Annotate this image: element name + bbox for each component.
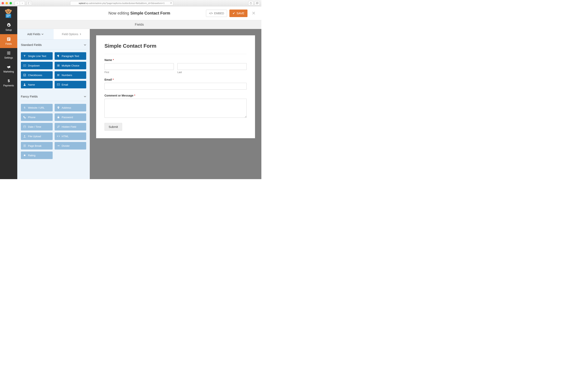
field-hidden[interactable]: Hidden Field: [55, 123, 86, 130]
code-icon: [57, 135, 60, 138]
maximize-window[interactable]: [10, 2, 12, 4]
close-window[interactable]: [1, 2, 4, 4]
share-button[interactable]: [248, 1, 254, 5]
field-upload[interactable]: File Upload: [21, 132, 53, 140]
field-divider[interactable]: Divider: [55, 142, 86, 150]
close-button[interactable]: ✕: [250, 11, 257, 16]
field-name[interactable]: Name: [21, 81, 53, 88]
comment-textarea[interactable]: [104, 99, 247, 118]
calendar-icon: [23, 125, 26, 128]
last-name-input[interactable]: [177, 63, 247, 70]
field-paragraph-text[interactable]: Paragraph Text: [55, 52, 86, 60]
wpforms-logo: [3, 8, 14, 19]
hash-icon: [57, 74, 60, 77]
fields-title-bar: Fields: [17, 20, 261, 29]
pin-icon: [57, 106, 60, 109]
field-pagebreak[interactable]: Page Break: [21, 142, 53, 150]
svg-point-5: [6, 9, 11, 14]
field-single-line-text[interactable]: Single Line Text: [21, 52, 53, 60]
nav-fields[interactable]: Fields: [0, 34, 17, 48]
list-icon: [57, 64, 60, 67]
link-icon: [23, 106, 26, 109]
svg-point-6: [7, 11, 8, 12]
svg-rect-18: [8, 40, 9, 40]
field-address[interactable]: Address: [55, 104, 86, 111]
field-multiple-choice[interactable]: Multiple Choice: [55, 62, 86, 69]
submit-button[interactable]: Submit: [104, 123, 122, 131]
nav-marketing[interactable]: Marketing: [0, 62, 17, 76]
email-label: Email *: [104, 78, 247, 81]
field-dropdown[interactable]: Dropdown: [21, 62, 53, 69]
svg-rect-27: [58, 65, 59, 66]
field-numbers[interactable]: Numbers: [55, 71, 86, 79]
window-controls: [1, 2, 12, 4]
field-website[interactable]: Website / URL: [21, 104, 53, 111]
svg-rect-34: [57, 117, 59, 118]
form-field-email[interactable]: Email *: [104, 78, 247, 90]
first-name-input[interactable]: [104, 63, 174, 70]
svg-point-8: [8, 12, 9, 13]
tab-field-options[interactable]: Field Options: [54, 29, 90, 39]
chevron-down-icon: [84, 44, 86, 46]
header-title: Now editing Simple Contact Form: [109, 11, 170, 16]
text-icon: [23, 55, 26, 57]
svg-point-7: [9, 11, 10, 12]
form-preview[interactable]: Simple Contact Form Name * First Last Em…: [96, 35, 255, 138]
chevron-down-icon: [84, 95, 86, 98]
chevron-down-icon: [42, 33, 44, 35]
field-password[interactable]: Password: [55, 113, 86, 121]
paragraph-icon: [57, 55, 60, 57]
nav-settings[interactable]: Settings: [0, 48, 17, 62]
field-email[interactable]: Email: [55, 81, 86, 88]
app-header: Now editing Simple Contact Form </> EMBE…: [17, 6, 261, 20]
form-canvas: Simple Contact Form Name * First Last Em…: [90, 29, 261, 179]
field-phone[interactable]: Phone: [21, 113, 53, 121]
form-title: Simple Contact Form: [104, 43, 247, 54]
fields-side-panel: Add Fields Field Options Standard Fields…: [17, 29, 90, 179]
save-button[interactable]: ✔ SAVE: [229, 10, 247, 17]
field-checkboxes[interactable]: Checkboxes: [21, 71, 53, 79]
upload-icon: [23, 135, 26, 138]
section-fancy-fields[interactable]: Fancy Fields: [21, 95, 86, 101]
comment-label: Comment or Message *: [104, 94, 247, 97]
tabs-button[interactable]: [255, 1, 260, 5]
nav-payments[interactable]: $ Payments: [0, 76, 17, 90]
svg-rect-3: [256, 2, 258, 4]
svg-rect-35: [24, 126, 26, 128]
first-sublabel: First: [104, 71, 174, 74]
last-sublabel: Last: [177, 71, 247, 74]
field-rating[interactable]: Rating: [21, 152, 53, 159]
check-icon: ✔: [233, 12, 235, 15]
svg-point-31: [24, 84, 25, 85]
tab-add-fields[interactable]: Add Fields: [17, 29, 54, 39]
back-button[interactable]: ‹: [15, 1, 20, 5]
gear-icon: [7, 23, 11, 27]
minimize-window[interactable]: [6, 2, 8, 4]
email-input[interactable]: [104, 83, 247, 90]
embed-button[interactable]: </> EMBED: [206, 10, 227, 17]
dollar-icon: $: [7, 79, 11, 83]
phone-icon: [23, 116, 26, 119]
svg-rect-0: [28, 2, 31, 4]
forward-button[interactable]: ›: [20, 1, 25, 5]
address-bar[interactable]: wptest/wp-admin/admin.php?page=wpforms-b…: [70, 1, 173, 5]
name-label: Name *: [104, 58, 247, 62]
pagebreak-icon: [23, 144, 26, 147]
star-icon: [23, 154, 26, 157]
browser-chrome: ‹ › wptest/wp-admin/admin.php?page=wpfor…: [0, 0, 261, 6]
nav-setup[interactable]: Setup: [0, 20, 17, 34]
field-datetime[interactable]: Date / Time: [21, 123, 53, 130]
svg-rect-13: [6, 16, 10, 16]
lock-icon: [57, 116, 60, 119]
svg-rect-29: [58, 66, 59, 66]
chevron-right-icon: [79, 33, 81, 35]
check-square-icon: [23, 74, 26, 77]
sidebar-toggle[interactable]: [27, 1, 32, 5]
form-field-name[interactable]: Name * First Last: [104, 58, 247, 74]
form-field-comment[interactable]: Comment or Message *: [104, 94, 247, 119]
sliders-icon: [7, 51, 11, 55]
reload-icon[interactable]: ⟳: [170, 2, 172, 4]
section-standard-fields[interactable]: Standard Fields: [21, 43, 86, 49]
field-html[interactable]: HTML: [55, 132, 86, 140]
svg-point-19: [9, 52, 10, 52]
